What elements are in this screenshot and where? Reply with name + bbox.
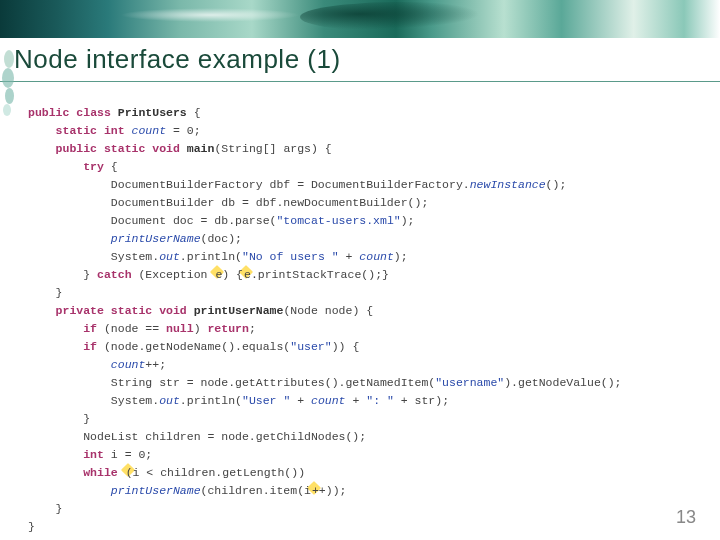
code-line: System.out.println("User " + count + ": … (28, 394, 449, 407)
code-line: printUserName(doc); (28, 232, 242, 245)
code-line: int i = 0; (28, 448, 152, 461)
code-block: public class PrintUsers { static int cou… (0, 86, 720, 536)
code-line: } catch (Exception e) {e.printStackTrace… (28, 268, 389, 281)
code-line: DocumentBuilder db = dbf.newDocumentBuil… (28, 196, 428, 209)
warning-icon (311, 485, 312, 497)
code-line: Document doc = db.parse("tomcat-users.xm… (28, 214, 415, 227)
decorative-dots (2, 50, 16, 120)
code-line: } (28, 412, 90, 425)
slide-title: Node interface example (1) (0, 38, 720, 82)
code-line: public class PrintUsers { (28, 106, 201, 119)
code-line: NodeList children = node.getChildNodes()… (28, 430, 366, 443)
page-number: 13 (676, 507, 696, 528)
code-line: public static void main(String[] args) { (28, 142, 332, 155)
code-line: DocumentBuilderFactory dbf = DocumentBui… (28, 178, 566, 191)
warning-icon (214, 269, 215, 281)
code-line: try { (28, 160, 118, 173)
code-line: } (28, 502, 63, 515)
code-line: System.out.println("No of users " + coun… (28, 250, 408, 263)
code-line: if (node == null) return; (28, 322, 256, 335)
decorative-banner (0, 0, 720, 38)
code-line: } (28, 286, 63, 299)
code-line: while (i < children.getLength()) (28, 466, 305, 479)
warning-icon (243, 269, 244, 281)
code-line: static int count = 0; (28, 124, 201, 137)
code-line: private static void printUserName(Node n… (28, 304, 373, 317)
code-line: String str = node.getAttributes().getNam… (28, 376, 622, 389)
code-line: if (node.getNodeName().equals("user")) { (28, 340, 359, 353)
warning-icon (125, 467, 126, 479)
code-line: } (28, 520, 35, 533)
code-line: count++; (28, 358, 166, 371)
code-line: printUserName(children.item(i++)); (28, 484, 346, 497)
